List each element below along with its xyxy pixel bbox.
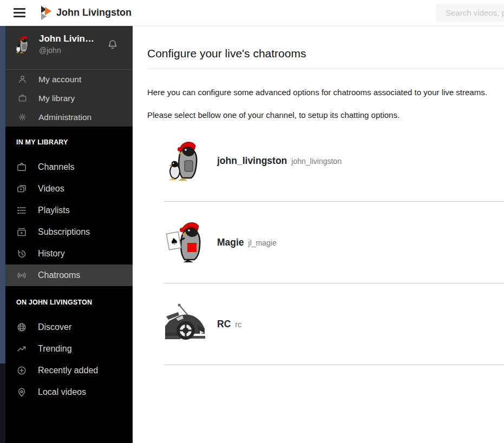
sidebar-item-channels[interactable]: Channels — [0, 156, 133, 178]
channel-display-name: john_livingston — [217, 155, 287, 167]
channel-list: john_livingston john_livingston Magie jl… — [164, 120, 504, 365]
sidebar-item-label: Administration — [38, 113, 91, 122]
account-menu: My account My library Administration — [0, 69, 133, 127]
plus-circle-icon — [16, 365, 27, 376]
page-title: Configure your live's chatrooms — [147, 47, 504, 60]
history-icon — [16, 248, 27, 259]
section-in-my-library: IN MY LIBRARY Channels Videos Playlists … — [0, 127, 133, 286]
channel-row-magie[interactable]: Magie jl_magie — [164, 202, 504, 283]
sidebar-item-chatrooms[interactable]: Chatrooms — [0, 265, 133, 286]
channel-display-name: RC — [217, 319, 231, 330]
map-pin-home-icon — [16, 387, 27, 398]
sidebar-item-administration[interactable]: Administration — [0, 108, 133, 127]
user-avatar — [14, 33, 32, 56]
sidebar-item-history[interactable]: History — [0, 243, 133, 265]
sidebar-item-subscriptions[interactable]: Subscriptions — [0, 221, 133, 243]
sidebar-item-trending[interactable]: Trending — [0, 338, 133, 360]
sidebar-scrollbar-thumb[interactable] — [0, 25, 5, 363]
sidebar-item-videos[interactable]: Videos — [0, 178, 133, 200]
sidebar-item-recently-added[interactable]: Recently added — [0, 360, 133, 381]
section-header: IN MY LIBRARY — [0, 139, 133, 146]
main-content: Configure your live's chatrooms Here you… — [133, 25, 504, 443]
channel-row-john-livingston[interactable]: john_livingston john_livingston — [164, 120, 504, 202]
bell-icon[interactable] — [107, 39, 119, 52]
sidebar-item-label: Discover — [38, 322, 71, 332]
tv-icon — [16, 162, 27, 173]
instance-title[interactable]: John Livingston — [56, 7, 132, 18]
channel-handle: rc — [235, 320, 241, 329]
channel-handle: jl_magie — [248, 239, 277, 247]
section-header: ON JOHN LIVINGSTON — [0, 299, 133, 306]
gear-icon — [18, 113, 27, 122]
tv-icon — [18, 94, 27, 103]
sidebar-item-label: Trending — [38, 344, 72, 354]
penguin-magician-avatar — [164, 221, 207, 264]
penguin-santa-avatar — [164, 139, 207, 182]
sidebar-item-label: Videos — [38, 184, 64, 194]
channel-display-name: Magie — [217, 237, 244, 248]
search-input[interactable] — [436, 4, 504, 22]
sidebar-item-label: Playlists — [38, 206, 70, 215]
user-handle: @john — [39, 46, 61, 55]
trending-up-icon — [16, 343, 27, 354]
sidebar-item-discover[interactable]: Discover — [0, 316, 133, 338]
sidebar-item-label: History — [38, 249, 65, 259]
peertube-logo-icon[interactable] — [40, 5, 52, 21]
subscriptions-icon — [16, 227, 27, 237]
hamburger-menu-icon[interactable] — [14, 8, 25, 17]
user-menu[interactable]: John Livingston @john — [0, 25, 133, 69]
videos-icon — [16, 183, 27, 194]
sidebar-item-label: Chatrooms — [38, 270, 80, 280]
playlist-icon — [16, 205, 27, 216]
top-bar: John Livingston — [0, 0, 504, 25]
sidebar-item-label: Channels — [38, 162, 75, 172]
intro-paragraph: Here you can configure some advanced opt… — [147, 88, 504, 97]
sidebar: John Livingston @john My account My libr… — [0, 25, 133, 443]
title-divider — [147, 69, 504, 69]
rc-car-avatar — [164, 302, 207, 346]
user-display-name: John Livingston — [39, 34, 100, 44]
globe-icon — [16, 322, 27, 333]
sidebar-item-label: Local videos — [38, 387, 86, 397]
intro-paragraph: Please select bellow one of your channel… — [147, 110, 504, 120]
channel-handle: john_livingston — [291, 157, 342, 166]
sidebar-item-label: My account — [38, 75, 81, 84]
sidebar-item-playlists[interactable]: Playlists — [0, 200, 133, 221]
person-icon — [18, 75, 27, 84]
section-on-instance: ON JOHN LIVINGSTON Discover Trending Rec… — [0, 286, 133, 403]
sidebar-item-my-library[interactable]: My library — [0, 89, 133, 108]
sidebar-item-local-videos[interactable]: Local videos — [0, 381, 133, 403]
app-window: John Livingston John Livingston @john My… — [0, 0, 504, 443]
channel-row-rc[interactable]: RC rc — [164, 283, 504, 365]
broadcast-icon — [16, 270, 27, 281]
sidebar-scrollbar-track — [0, 25, 5, 443]
sidebar-item-label: My library — [38, 94, 75, 103]
sidebar-item-my-account[interactable]: My account — [0, 70, 133, 89]
sidebar-item-label: Recently added — [38, 366, 98, 375]
sidebar-item-label: Subscriptions — [38, 227, 90, 237]
